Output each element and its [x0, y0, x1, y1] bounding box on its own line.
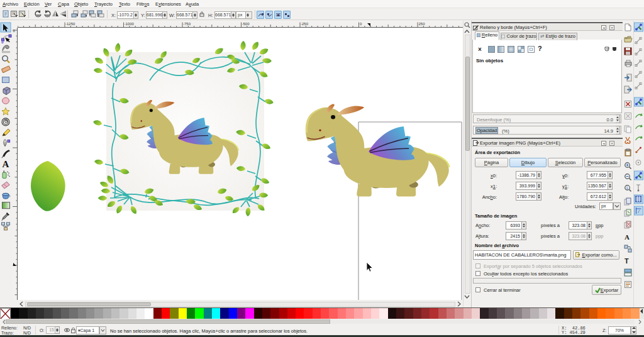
svg-text:-500: -500: [242, 22, 250, 26]
svg-text:-1000: -1000: [125, 22, 135, 26]
svg-text:-250: -250: [301, 22, 309, 26]
svg-text:-750: -750: [183, 22, 191, 26]
svg-text:T: T: [625, 257, 629, 265]
svg-text:-1250: -1250: [65, 22, 75, 26]
svg-text:A: A: [3, 159, 9, 169]
svg-text:250: 250: [419, 22, 426, 26]
svg-text:A: A: [625, 233, 630, 241]
